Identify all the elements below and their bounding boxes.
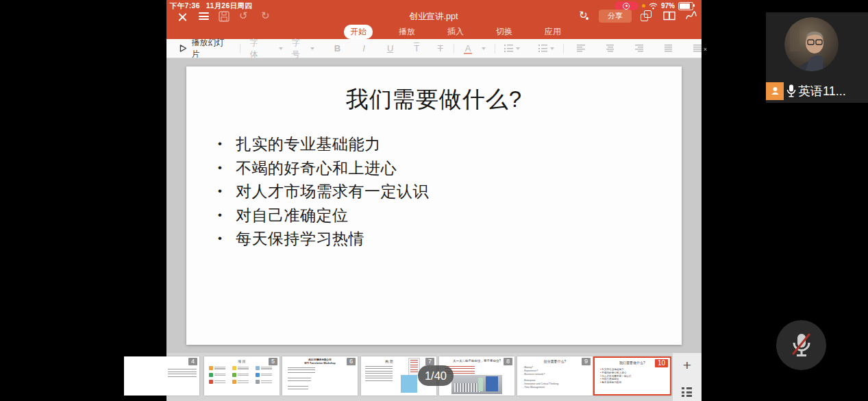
slide-number-badge: 9 xyxy=(582,358,591,365)
undo-icon[interactable]: ↺ xyxy=(239,10,248,21)
slide-number-badge: 6 xyxy=(347,358,356,365)
slide-bullet: 不竭的好奇心和上进心 xyxy=(236,156,429,180)
presenter-badge-icon xyxy=(766,82,784,100)
participant-name: 英语11... xyxy=(798,83,846,99)
slide-thumbnail-4[interactable]: 4 xyxy=(124,356,199,396)
redo-icon[interactable]: ↻ xyxy=(261,10,270,21)
thumbnail-photo-image xyxy=(451,375,502,394)
underline-button[interactable]: U xyxy=(386,43,395,53)
align-right-button[interactable] xyxy=(635,45,643,52)
chevron-down-icon xyxy=(310,47,314,50)
filmstrip-tools: + xyxy=(673,353,702,401)
participant-meta: 英语11... xyxy=(766,82,846,100)
slide-filmstrip: 4 5 项 目 6 武汉XX翻译有限公司 WTI Translation Wor… xyxy=(166,353,702,401)
slide-number-badge: 4 xyxy=(188,358,197,365)
slide-thumbnail-6[interactable]: 6 武汉XX翻译有限公司 WTI Translation Workshop xyxy=(282,356,358,396)
slide-title[interactable]: 我们需要做什么? xyxy=(186,84,682,115)
align-left-button[interactable] xyxy=(577,45,585,52)
slide-bullet: 对自己准确定位 xyxy=(236,204,429,228)
mute-microphone-button[interactable] xyxy=(776,320,826,370)
divider xyxy=(454,44,454,53)
slide-number-badge: 10 xyxy=(655,359,668,367)
font-name-select[interactable]: 字体 xyxy=(249,37,282,60)
slide-number-badge: 7 xyxy=(425,358,434,365)
participant-video-tile[interactable]: 英语11... xyxy=(766,12,868,103)
text-direction-button[interactable] xyxy=(693,45,702,52)
align-center-button[interactable] xyxy=(606,45,615,52)
slide-number-badge: 8 xyxy=(504,358,512,365)
share-button[interactable]: 分享 xyxy=(599,10,632,23)
add-slide-button[interactable]: + xyxy=(673,357,702,374)
italic-button[interactable]: I xyxy=(359,43,369,53)
slide-sorter-icon[interactable] xyxy=(682,387,692,397)
chevron-down-icon xyxy=(279,47,283,50)
copy-slides-icon[interactable] xyxy=(641,10,652,21)
slide-bullet: 每天保持学习热情 xyxy=(236,227,429,251)
bold-button[interactable]: B xyxy=(333,43,343,53)
wifi-icon xyxy=(649,3,658,10)
chevron-down-icon[interactable] xyxy=(482,47,486,50)
slide-bullet: 对人才市场需求有一定认识 xyxy=(236,180,429,204)
play-icon xyxy=(179,44,188,53)
screen-background: 下午7:36 11月26日周四 97% xyxy=(0,0,868,401)
title-row: ↺ ↻ 创业宣讲.ppt ↻ 分享 xyxy=(166,9,702,25)
wps-presentation-window: 下午7:36 11月26日周四 97% xyxy=(166,0,702,401)
divider xyxy=(240,44,240,53)
orange-privacy-dot-icon xyxy=(642,4,645,8)
save-icon[interactable] xyxy=(219,11,230,22)
tab-transition[interactable]: 切换 xyxy=(490,25,519,39)
page-indicator: 1/40 xyxy=(418,365,454,386)
thumbnail-title-line2: WTI Translation Workshop xyxy=(304,361,335,364)
ribbon-tabs: 开始 播放 插入 切换 应用 xyxy=(344,25,567,38)
bullet-list-icon xyxy=(504,45,513,52)
font-size-select[interactable]: 字号 xyxy=(292,37,314,60)
tab-home[interactable]: 开始 xyxy=(344,25,373,39)
tab-insert[interactable]: 插入 xyxy=(441,25,470,39)
slide-bullet: 扎实的专业基础能力 xyxy=(236,132,429,156)
slide-thumbnail-9[interactable]: 9 创业需要什么? - Money? - Experience? - Busin… xyxy=(517,356,593,396)
divider xyxy=(495,44,495,53)
play-slideshow-button[interactable]: 播放幻灯片 xyxy=(179,37,231,60)
chevron-down-icon xyxy=(516,47,520,50)
increase-font-button[interactable]: T xyxy=(412,43,421,53)
thumbnail-text-placeholder xyxy=(288,367,315,374)
font-color-button[interactable]: A xyxy=(463,43,473,53)
thumbnail-sticky-note-image xyxy=(401,375,417,393)
decrease-font-button[interactable]: T xyxy=(436,43,445,53)
slide-thumbnail-5[interactable]: 5 项 目 xyxy=(204,356,280,396)
participant-avatar xyxy=(784,17,839,71)
bullet-list-button[interactable] xyxy=(504,45,520,52)
thumbnail-text-placeholder xyxy=(365,366,393,381)
document-title: 创业宣讲.ppt xyxy=(382,11,485,23)
menu-icon[interactable] xyxy=(199,12,209,20)
divider xyxy=(563,44,564,53)
chevron-down-icon xyxy=(550,47,554,50)
mic-on-icon xyxy=(786,84,796,97)
numbered-list-icon xyxy=(538,45,547,52)
format-toolbar: 播放幻灯片 字体 字号 B I U T T A xyxy=(166,39,702,58)
slide-bullet-list[interactable]: 扎实的专业基础能力 不竭的好奇心和上进心 对人才市场需求有一定认识 对自己准确定… xyxy=(236,132,429,251)
thumbnail-text-placeholder xyxy=(168,369,197,378)
tab-apps[interactable]: 应用 xyxy=(538,25,567,39)
justify-button[interactable] xyxy=(665,45,673,52)
thumbnail-text-placeholder xyxy=(288,378,311,382)
thumbnail-icon-grid xyxy=(209,366,275,384)
slide-canvas[interactable]: 我们需要做什么? 扎实的专业基础能力 不竭的好奇心和上进心 对人才市场需求有一定… xyxy=(186,66,682,345)
close-icon[interactable] xyxy=(177,12,188,22)
app-header: 下午7:36 11月26日周四 97% xyxy=(166,0,702,39)
play-slideshow-label: 播放幻灯片 xyxy=(192,37,232,60)
slide-number-badge: 5 xyxy=(269,358,277,365)
ink-pen-icon[interactable] xyxy=(685,10,697,21)
sync-share-icon[interactable]: ↻ xyxy=(579,10,588,21)
font-name-label: 字体 xyxy=(249,37,264,60)
read-mode-book-icon[interactable] xyxy=(662,11,676,21)
tab-play[interactable]: 播放 xyxy=(393,25,421,39)
thumbnail-title-line1: 武汉XX翻译有限公司 xyxy=(308,359,332,361)
thumbnail-bullet-list: - Money? - Experience? - Business networ… xyxy=(523,365,558,389)
slide-thumbnail-10-selected[interactable]: 10 我们需要做什么? • 扎实的专业基础能力 • 不竭的好奇心和上进心 • 对… xyxy=(593,356,671,396)
thumbnail-text-placeholder xyxy=(288,386,308,391)
mic-muted-icon xyxy=(789,332,815,359)
thumbnail-bullet-list: • 扎实的专业基础能力 • 不竭的好奇心和上进心 • 对人才市场需求有一定认识 … xyxy=(600,367,631,385)
numbered-list-button[interactable] xyxy=(538,45,554,52)
font-size-label: 字号 xyxy=(292,37,308,60)
